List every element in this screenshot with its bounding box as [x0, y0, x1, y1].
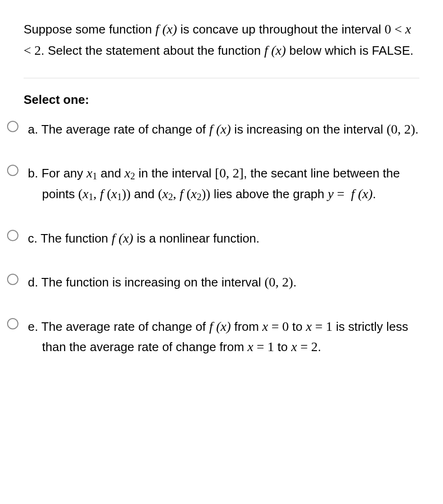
text-part: . [293, 275, 297, 289]
text-part: The average rate of change of [41, 122, 209, 136]
math-fx: f (x) [351, 186, 373, 201]
option-d-text: d. The function is increasing on the int… [28, 272, 297, 292]
math-interval: (0, 2) [386, 122, 415, 136]
option-a[interactable]: a. The average rate of change of f (x) i… [7, 119, 419, 139]
radio-icon [7, 274, 18, 285]
text-part: is increasing on the interval [231, 122, 387, 136]
option-letter: d. [28, 275, 41, 289]
math-y: y [328, 186, 337, 201]
math-eq: x = 0 [262, 319, 289, 334]
text-part: The function [41, 231, 111, 245]
option-d[interactable]: d. The function is increasing on the int… [7, 272, 419, 292]
math-fx: f (x) [209, 319, 231, 334]
math-eq: x = 1 [247, 339, 274, 354]
math-fx: f (x) [155, 22, 177, 36]
question-part: is concave up throughout the interval [177, 22, 384, 36]
math-x: x [125, 166, 130, 180]
math-interval: (0, 2) [264, 275, 293, 289]
select-one-label: Select one: [24, 92, 419, 107]
text-part: in the interval [135, 166, 215, 180]
text-part: from [231, 319, 262, 334]
radio-icon [7, 165, 18, 176]
question-text: Suppose some function f (x) is concave u… [24, 19, 419, 78]
text-part: and [131, 187, 158, 201]
option-letter: c. [28, 231, 41, 245]
text-part: . [415, 122, 418, 136]
radio-icon [7, 121, 18, 132]
radio-a[interactable] [7, 119, 18, 132]
radio-icon [7, 230, 18, 241]
option-e[interactable]: e. The average rate of change of f (x) f… [7, 316, 419, 357]
math-x: x [86, 166, 92, 180]
math-fx: f (x) [209, 122, 231, 136]
option-c[interactable]: c. The function f (x) is a nonlinear fun… [7, 228, 419, 248]
radio-e[interactable] [7, 316, 18, 329]
option-b[interactable]: b. For any x1 and x2 in the interval [0,… [7, 163, 419, 204]
text-part: and [97, 166, 125, 180]
math-eq: = [337, 186, 351, 201]
question-part: . Select the statement about the functio… [41, 43, 264, 58]
text-part: The function is increasing on the interv… [41, 275, 264, 289]
option-letter: b. [28, 166, 42, 180]
text-part: . [318, 340, 321, 354]
option-letter: a. [28, 122, 41, 136]
math-interval: [0, 2] [215, 166, 244, 180]
option-e-text: e. The average rate of change of f (x) f… [28, 316, 419, 357]
text-part: The average rate of change of [41, 319, 209, 334]
math-fx: f (x) [264, 43, 286, 58]
option-c-text: c. The function f (x) is a nonlinear fun… [28, 228, 260, 248]
text-part: lies above the graph [210, 187, 328, 201]
math-sub: 2 [130, 171, 135, 181]
option-b-text: b. For any x1 and x2 in the interval [0,… [28, 163, 419, 204]
option-letter: e. [28, 319, 41, 334]
math-eq: x = 1 [306, 319, 332, 334]
radio-d[interactable] [7, 272, 18, 285]
text-part: . [373, 187, 376, 201]
text-part: to [274, 340, 291, 354]
question-part: below which is FALSE. [286, 43, 413, 58]
radio-c[interactable] [7, 228, 18, 241]
radio-icon [7, 318, 18, 329]
text-part: to [289, 319, 306, 334]
text-part: is a nonlinear function. [133, 231, 259, 245]
question-part: Suppose some function [24, 22, 155, 36]
text-part: For any [42, 166, 86, 180]
math-point: (x1, f (x1)) [78, 186, 131, 201]
math-fx: f (x) [111, 231, 133, 245]
options-list: a. The average rate of change of f (x) i… [24, 119, 419, 357]
math-eq: x = 2 [291, 339, 317, 354]
radio-b[interactable] [7, 163, 18, 176]
math-sub: 1 [93, 171, 97, 181]
math-point: (x2, f (x2)) [158, 186, 210, 201]
option-a-text: a. The average rate of change of f (x) i… [28, 119, 418, 139]
